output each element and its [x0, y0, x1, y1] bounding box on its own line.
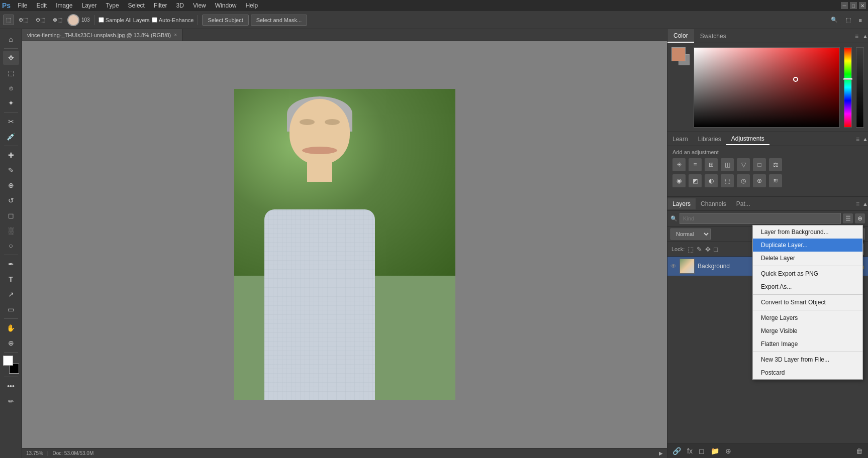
document-tab[interactable]: vince-fleming-_THUIs23CI-unsplash.jpg @ … — [22, 29, 182, 41]
ctx-new-3d-layer[interactable]: New 3D Layer from File... — [753, 353, 862, 366]
color-gradient-picker[interactable] — [694, 47, 840, 128]
menu-edit[interactable]: Edit — [32, 1, 51, 10]
tab-adjustments[interactable]: Adjustments — [726, 133, 769, 145]
new-layer-btn[interactable]: ⊕ — [723, 446, 733, 456]
select-subject-button[interactable]: Select Subject — [202, 15, 248, 26]
minimize-button[interactable]: ─ — [841, 2, 848, 9]
crop-tool-icon[interactable]: ✂ — [3, 114, 19, 129]
adj-panel-menu[interactable]: ≡ — [853, 136, 862, 143]
tab-patterns[interactable]: Pat... — [731, 198, 755, 209]
lock-artboard-btn[interactable]: □ — [714, 246, 718, 253]
layers-collapse-icon[interactable]: ▲ — [862, 201, 868, 207]
tab-learn[interactable]: Learn — [667, 134, 693, 145]
marquee-tool-icon[interactable]: ⬚ — [3, 66, 19, 80]
ctx-quick-export[interactable]: Quick Export as PNG — [753, 267, 862, 280]
layers-search-input[interactable] — [680, 213, 841, 224]
menu-image[interactable]: Image — [52, 1, 76, 10]
auto-enhance-checkbox[interactable] — [152, 17, 157, 23]
history-brush-icon[interactable]: ↺ — [3, 193, 19, 207]
ctx-convert-smart[interactable]: Convert to Smart Object — [753, 296, 862, 309]
hue-sat-adj-btn[interactable]: □ — [753, 158, 766, 171]
sample-all-layers-checkbox[interactable] — [99, 17, 104, 23]
ctx-flatten-image[interactable]: Flatten Image — [753, 337, 862, 351]
menu-view[interactable]: View — [189, 1, 210, 10]
posterize-adj-btn[interactable]: ⊕ — [753, 174, 766, 187]
eraser-tool-icon[interactable]: ◻ — [3, 208, 19, 222]
add-selection-button[interactable]: ⊕⬚ — [16, 15, 31, 25]
lock-image-btn[interactable]: ✎ — [697, 246, 702, 253]
tab-close-button[interactable]: × — [174, 32, 177, 38]
search-button[interactable]: 🔍 — [828, 15, 841, 25]
tab-layers[interactable]: Layers — [667, 198, 696, 209]
auto-enhance-label[interactable]: Auto-Enhance — [152, 17, 194, 23]
bw-adj-btn[interactable]: ◉ — [672, 174, 686, 187]
panel-menu-icon[interactable]: ≡ — [852, 33, 861, 40]
shape-tool-icon[interactable]: ▭ — [3, 302, 19, 316]
foreground-color-swatch[interactable] — [671, 47, 686, 61]
menu-type[interactable]: Type — [102, 1, 123, 10]
visibility-icon[interactable]: 👁 — [670, 263, 677, 270]
scroll-right-btn[interactable]: ▶ — [659, 450, 663, 456]
invert-adj-btn[interactable]: ◷ — [737, 174, 750, 187]
tool-mode-button[interactable]: ⬚ — [3, 15, 14, 25]
clone-tool-icon[interactable]: ⊕ — [3, 178, 19, 192]
menu-filter[interactable]: Filter — [150, 1, 171, 10]
ctx-merge-layers[interactable]: Merge Layers — [753, 311, 862, 324]
tab-color[interactable]: Color — [667, 29, 694, 43]
brush-tool-icon[interactable]: ✎ — [3, 163, 19, 177]
select-and-mask-button[interactable]: Select and Mask... — [251, 15, 308, 26]
edit-toolbar-button[interactable]: ✏ — [3, 394, 19, 408]
ctx-delete-layer[interactable]: Delete Layer — [753, 252, 862, 265]
foreground-color-swatch[interactable] — [3, 356, 13, 366]
lock-pixels-btn[interactable]: ⬚ — [688, 246, 694, 253]
blend-mode-select[interactable]: Normal — [670, 228, 711, 240]
curves-adj-btn[interactable]: ⊞ — [705, 158, 718, 171]
home-tool[interactable]: ⌂ — [3, 32, 19, 46]
vibrance-adj-btn[interactable]: ▽ — [737, 158, 750, 171]
lock-position-btn[interactable]: ✥ — [705, 246, 711, 253]
menu-3d[interactable]: 3D — [172, 1, 188, 10]
gradient-tool-icon[interactable]: ░ — [3, 223, 19, 238]
levels-adj-btn[interactable]: ≡ — [689, 158, 702, 171]
menu-layer[interactable]: Layer — [78, 1, 101, 10]
color-balance-adj-btn[interactable]: ⚖ — [769, 158, 782, 171]
link-layers-btn[interactable]: 🔗 — [670, 446, 683, 456]
extra-tools-button[interactable]: ••• — [3, 379, 19, 393]
sample-all-layers-label[interactable]: Sample All Layers — [99, 17, 150, 23]
menu-help[interactable]: Help — [241, 1, 262, 10]
opacity-slider[interactable] — [856, 47, 864, 128]
delete-layer-btn[interactable]: 🗑 — [854, 446, 865, 456]
tab-channels[interactable]: Channels — [696, 198, 731, 209]
filter-toggle-btn[interactable]: ⊕ — [855, 213, 865, 223]
hue-slider[interactable] — [844, 47, 852, 128]
eyedropper-tool-icon[interactable]: 💉 — [3, 130, 19, 144]
layers-panel-menu[interactable]: ≡ — [853, 200, 862, 207]
ctx-export-as[interactable]: Export As... — [753, 280, 862, 293]
color-swatch-widget[interactable] — [3, 356, 19, 374]
healing-tool-icon[interactable]: ✚ — [3, 148, 19, 162]
menu-file[interactable]: File — [14, 1, 31, 10]
add-style-btn[interactable]: fx — [685, 446, 695, 456]
hand-tool-icon[interactable]: ✋ — [3, 321, 19, 335]
zoom-tool-icon[interactable]: ⊕ — [3, 336, 19, 350]
fg-bg-swatch-widget[interactable] — [671, 47, 690, 65]
photo-filter-adj-btn[interactable]: ◩ — [689, 174, 702, 187]
ctx-postcard[interactable]: Postcard — [753, 366, 862, 379]
adj-collapse-icon[interactable]: ▲ — [862, 136, 868, 142]
path-select-tool-icon[interactable]: ↗ — [3, 287, 19, 301]
move-tool-icon[interactable]: ✥ — [3, 51, 19, 65]
tab-swatches[interactable]: Swatches — [694, 29, 732, 43]
ctx-merge-visible[interactable]: Merge Visible — [753, 324, 862, 337]
magic-wand-tool-icon[interactable]: ✦ — [3, 96, 19, 110]
canvas-container[interactable] — [22, 41, 667, 448]
intersect-selection-button[interactable]: ⊗⬚ — [50, 15, 65, 25]
workspace-button[interactable]: ≡ — [856, 15, 865, 25]
tab-libraries[interactable]: Libraries — [693, 134, 726, 145]
subtract-selection-button[interactable]: ⊖⬚ — [33, 15, 48, 25]
ctx-duplicate-layer[interactable]: Duplicate Layer... — [753, 239, 862, 252]
color-lookup-adj-btn[interactable]: ⬚ — [721, 174, 734, 187]
new-group-btn[interactable]: 📁 — [709, 446, 721, 456]
close-button[interactable]: ✕ — [859, 2, 866, 9]
channel-mix-adj-btn[interactable]: ◐ — [705, 174, 718, 187]
add-mask-btn[interactable]: ◻ — [697, 446, 707, 456]
